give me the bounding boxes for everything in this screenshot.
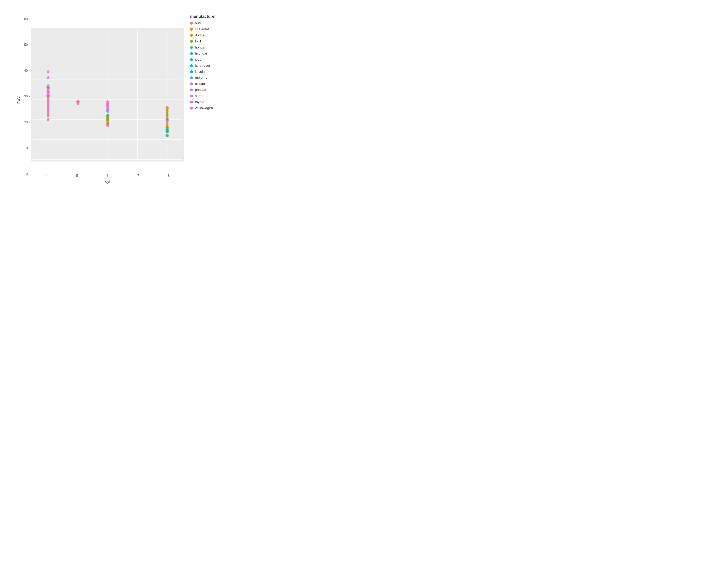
legend-dot [190, 88, 193, 91]
data-point [106, 124, 109, 127]
legend-dot [190, 76, 193, 79]
plot-title [14, 10, 184, 16]
legend-label: dodge [195, 33, 204, 37]
legend-label: ford [195, 39, 201, 44]
legend-label: hyundai [195, 52, 207, 56]
y-tick: 60 - [22, 17, 30, 21]
x-tick: 7 [123, 174, 154, 177]
plot-main: hwy 60 -50 -40 -30 -20 -10 -0 - 45678 cy… [14, 16, 184, 184]
legend-item: chevrolet [190, 27, 229, 31]
legend-item: hyundai [190, 52, 229, 56]
data-point [166, 134, 169, 137]
legend-dot [190, 34, 193, 37]
legend-dot [190, 82, 193, 85]
legend-label: audi [195, 21, 201, 25]
data-point [47, 76, 49, 79]
x-tick: 8 [154, 174, 184, 177]
legend-item: volkswagen [190, 106, 229, 110]
legend-dot [190, 70, 193, 73]
data-point [166, 130, 169, 133]
x-tick: 4 [31, 174, 62, 177]
data-point [47, 114, 49, 117]
legend-label: pontiac [195, 88, 206, 92]
legend-label: volkswagen [195, 106, 213, 110]
scatter-plot [31, 16, 184, 173]
legend-dot [190, 107, 193, 110]
data-point [47, 70, 49, 73]
y-tick: 50 - [22, 43, 30, 47]
legend-label: lincoln [195, 70, 205, 74]
legend-item: subaru [190, 94, 229, 98]
y-axis-label: hwy [14, 16, 22, 184]
legend-item: mercury [190, 76, 229, 80]
legend-label: honda [195, 46, 204, 50]
legend-label: toyota [195, 100, 204, 104]
y-tick: 10 - [22, 146, 30, 150]
x-axis-label: cyl [31, 177, 184, 184]
legend-item: toyota [190, 100, 229, 104]
legend-label: nissan [195, 82, 205, 86]
legend-item: pontiac [190, 88, 229, 92]
legend-dot [190, 40, 193, 43]
x-tick: 6 [93, 174, 123, 177]
legend-item: jeep [190, 58, 229, 62]
legend-item: audi [190, 21, 229, 25]
plot-area: hwy 60 -50 -40 -30 -20 -10 -0 - 45678 cy… [14, 10, 184, 184]
y-tick: 0 - [22, 172, 30, 176]
legend-items: audi chevrolet dodge ford honda hyundai … [190, 21, 229, 110]
legend-dot [190, 64, 193, 67]
x-axis-labels: 45678 [31, 173, 184, 177]
legend-label: chevrolet [195, 27, 209, 31]
y-tick: 40 - [22, 69, 30, 73]
x-tick: 5 [62, 174, 93, 177]
legend-title: manufacturer [190, 14, 229, 19]
legend-item: nissan [190, 82, 229, 86]
y-tick: 20 - [22, 120, 30, 124]
legend-dot [190, 101, 193, 104]
data-point [106, 110, 109, 113]
data-point [77, 102, 79, 105]
legend-item: honda [190, 46, 229, 50]
data-point [47, 118, 49, 121]
legend-item: ford [190, 39, 229, 44]
legend-dot [190, 46, 193, 49]
legend-dot [190, 28, 193, 31]
legend-label: land rover [195, 64, 210, 68]
y-tick: 30 - [22, 94, 30, 98]
legend-dot [190, 52, 193, 55]
legend-label: jeep [195, 58, 201, 62]
legend-dot [190, 22, 193, 25]
legend-label: mercury [195, 76, 207, 80]
legend-label: subaru [195, 94, 205, 98]
legend-item: dodge [190, 33, 229, 37]
legend-dot [190, 58, 193, 61]
y-axis-ticks: 60 -50 -40 -30 -20 -10 -0 - [22, 16, 31, 184]
legend-dot [190, 94, 193, 98]
legend: manufacturer audi chevrolet dodge ford h… [184, 10, 229, 184]
grid-and-points: 45678 cyl [31, 16, 184, 184]
legend-item: land rover [190, 64, 229, 68]
legend-item: lincoln [190, 70, 229, 74]
chart-container: hwy 60 -50 -40 -30 -20 -10 -0 - 45678 cy… [10, 6, 233, 188]
